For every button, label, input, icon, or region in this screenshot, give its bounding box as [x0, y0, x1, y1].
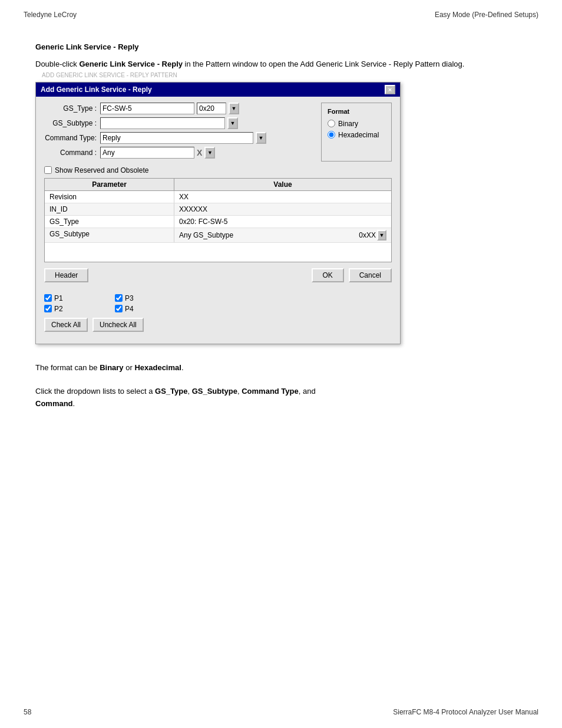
gs-type-dropdown-arrow[interactable]: ▼	[229, 103, 239, 114]
gs-subtype-dropdown-arrow[interactable]: ▼	[227, 117, 238, 129]
dialog-close-button[interactable]: ×	[385, 85, 395, 94]
table-cell-param: GS_Type	[45, 216, 174, 228]
gs-type-input[interactable]	[100, 103, 194, 114]
dialog-faded-title: ADD GENERIC LINK SERVICE - REPLY PATTERN	[42, 72, 384, 78]
hexadecimal-radio[interactable]	[328, 131, 335, 139]
table-dropdown-arrow[interactable]: ▼	[377, 230, 386, 241]
body2-bold4: Command	[35, 399, 73, 408]
hexadecimal-label: Hexadecimal	[338, 131, 379, 139]
value-header: Value	[174, 179, 391, 190]
dialog-title: Add Generic Link Service - Reply	[41, 85, 152, 94]
footer-right: SierraFC M8-4 Protocol Analyzer User Man…	[393, 708, 538, 716]
body2-c3: , and	[299, 387, 316, 396]
checkbox-p2[interactable]	[44, 305, 52, 312]
command-row: Command : X ▼	[44, 147, 315, 159]
footer-left: 58	[24, 708, 31, 716]
body2-bold2: GS_Subtype	[192, 387, 237, 396]
table-cell-value: Any GS_Subtype0xXX▼	[174, 228, 391, 242]
header-button[interactable]: Header	[44, 268, 88, 282]
command-type-label: Command Type:	[44, 134, 100, 142]
checkbox-p3[interactable]	[115, 294, 123, 302]
ok-button[interactable]: OK	[312, 268, 344, 282]
show-reserved-row: Show Reserved and Obsolete	[44, 166, 392, 174]
header-right: Easy Mode (Pre-Defined Setups)	[435, 11, 538, 19]
gs-subtype-row: GS_Subtype : ▼	[44, 117, 315, 129]
table-body: RevisionXXIN_IDXXXXXXGS_Type0x20: FC-SW-…	[45, 191, 391, 262]
table-value-text: 0x20: FC-SW-5	[179, 218, 227, 226]
table-cell-param: IN_ID	[45, 203, 174, 215]
check-all-button[interactable]: Check All	[44, 318, 88, 332]
param-header: Parameter	[45, 179, 174, 190]
command-type-input[interactable]	[100, 132, 253, 144]
checkbox-label-p2: P2	[54, 305, 63, 313]
checkbox-label-p1: P1	[54, 294, 63, 302]
checkbox-label-p4: P4	[125, 305, 134, 313]
body2-suffix: .	[73, 399, 75, 408]
table-value-text: XXXXXX	[179, 205, 207, 213]
page-header: Teledyne LeCroy Easy Mode (Pre-Defined S…	[0, 0, 562, 19]
checkbox-p4[interactable]	[115, 305, 123, 312]
table-value-text: Any GS_Subtype	[179, 231, 233, 239]
gs-subtype-input-group: ▼	[100, 117, 315, 129]
table-extra-text: 0xXX	[359, 231, 376, 239]
intro-paragraph: Double-click Generic Link Service - Repl…	[35, 58, 527, 70]
binary-radio-row: Binary	[328, 120, 385, 128]
uncheck-all-button[interactable]: Uncheck All	[92, 318, 144, 332]
show-reserved-checkbox[interactable]	[44, 166, 52, 174]
show-reserved-label: Show Reserved and Obsolete	[55, 166, 148, 174]
checkbox-item-p1: P1	[44, 294, 103, 302]
bottom-area: Header OK Cancel	[44, 266, 392, 285]
gs-subtype-input[interactable]	[100, 117, 225, 129]
gs-type-input-group: ▼	[100, 103, 315, 114]
body2-bold3: Command Type	[242, 387, 299, 396]
check-all-row: Check All Uncheck All	[44, 318, 392, 332]
section-title: Generic Link Service - Reply	[35, 42, 527, 51]
command-type-dropdown-arrow[interactable]: ▼	[256, 132, 266, 144]
table-cell-value: XXXXXX	[174, 203, 391, 215]
body1-prefix: The format can be	[35, 363, 100, 372]
table-value-text: XX	[179, 193, 189, 201]
body2-prefix: Click the dropdown lists to select a	[35, 387, 155, 396]
header-left: Teledyne LeCroy	[24, 11, 77, 19]
table-header: Parameter Value	[45, 179, 391, 191]
command-input-group: X ▼	[100, 147, 315, 159]
parameter-table: Parameter Value RevisionXXIN_IDXXXXXXGS_…	[44, 178, 392, 262]
gs-subtype-label: GS_Subtype :	[44, 119, 100, 127]
table-cell-value: 0x20: FC-SW-5	[174, 216, 391, 228]
binary-label: Binary	[338, 120, 358, 128]
format-panel: Format Binary Hexadecimal	[321, 103, 392, 162]
body1-mid: or	[124, 363, 135, 372]
command-type-row: Command Type: ▼	[44, 132, 315, 144]
body1-bold2: Hexadecimal	[134, 363, 181, 372]
table-cell-value: XX	[174, 191, 391, 203]
gs-type-hex-input[interactable]	[197, 103, 226, 114]
intro-prefix: Double-click	[35, 60, 79, 68]
body1-suffix: .	[181, 363, 184, 372]
dialog: ADD GENERIC LINK SERVICE - REPLY PATTERN…	[35, 82, 401, 344]
table-row: RevisionXX	[45, 191, 391, 203]
command-x: X	[197, 148, 202, 157]
checkbox-item-p3: P3	[115, 294, 174, 302]
command-type-input-group: ▼	[100, 132, 315, 144]
body2-c1: ,	[187, 387, 191, 396]
command-label: Command :	[44, 149, 100, 157]
page-footer: 58 SierraFC M8-4 Protocol Analyzer User …	[0, 708, 562, 716]
command-input[interactable]	[100, 147, 194, 159]
table-row: IN_IDXXXXXX	[45, 203, 391, 216]
binary-radio[interactable]	[328, 120, 335, 127]
format-label: Format	[328, 108, 385, 115]
form-left: GS_Type : ▼ GS_Subtype : ▼	[44, 103, 315, 162]
body-text-1: The format can be Binary or Hexadecimal.	[35, 362, 527, 374]
checkbox-p1[interactable]	[44, 294, 52, 302]
main-content: Generic Link Service - Reply Double-clic…	[0, 19, 562, 446]
dialog-title-bar: Add Generic Link Service - Reply ×	[36, 83, 400, 97]
checkbox-label-p3: P3	[125, 294, 134, 302]
body1-bold1: Binary	[100, 363, 123, 372]
form-section: GS_Type : ▼ GS_Subtype : ▼	[44, 103, 392, 162]
cancel-button[interactable]: Cancel	[349, 268, 392, 282]
checkbox-item-p4: P4	[115, 305, 174, 313]
body2-bold1: GS_Type	[155, 387, 187, 396]
command-dropdown-arrow[interactable]: ▼	[204, 147, 215, 159]
table-cell-param: Revision	[45, 191, 174, 203]
table-cell-param: GS_Subtype	[45, 228, 174, 242]
